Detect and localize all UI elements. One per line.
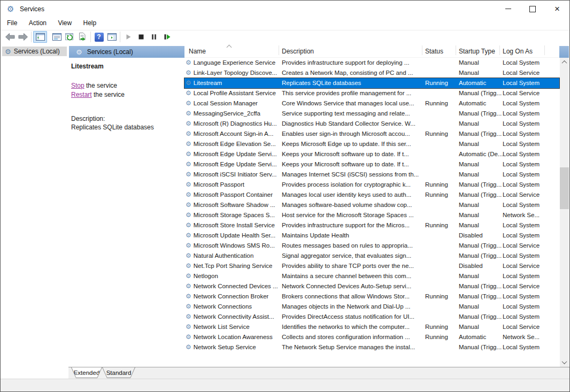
pause-service-button[interactable] (148, 31, 160, 43)
service-startup-type: Manual (Trigg... (459, 312, 503, 322)
close-button[interactable]: × (545, 1, 569, 17)
table-row[interactable]: ⚙Network Location AwarenessCollects and … (184, 332, 559, 342)
table-row[interactable]: ⚙Network List ServiceIdentifies the netw… (184, 322, 559, 332)
forward-button[interactable] (17, 31, 29, 43)
service-log-on-as: Local Service (503, 322, 544, 332)
scroll-down-button[interactable] (560, 358, 569, 367)
table-row[interactable]: ⚙Link-Layer Topology Discove...Creates a… (184, 68, 559, 78)
back-button[interactable] (4, 31, 17, 43)
service-description: Enables user sign-in through Microsoft a… (282, 129, 425, 139)
column-header-name[interactable]: Name (184, 43, 282, 57)
service-log-on-as: Local System (503, 291, 544, 302)
column-divider[interactable] (499, 45, 500, 55)
table-row[interactable]: ⚙Microsoft Store Install ServiceProvides… (184, 220, 559, 230)
service-description: Diagnostics Hub Standard Collector Servi… (282, 119, 425, 129)
service-description: Maintains Update Health (282, 230, 425, 241)
table-row[interactable]: ⚙Microsoft Software Shadow ...Manages so… (184, 200, 559, 210)
service-name: Microsoft iSCSI Initiator Serv... (194, 170, 277, 180)
service-log-on-as: Local Service (503, 241, 544, 251)
table-row[interactable]: ⚙Microsoft Passport ContainerManages loc… (184, 190, 559, 200)
service-status (425, 68, 459, 78)
column-header-startup-type[interactable]: Startup Type (459, 43, 503, 57)
restart-service-link[interactable]: Restart (71, 91, 92, 98)
scrollbar-thumb[interactable] (560, 167, 569, 209)
export-list-button[interactable] (76, 31, 89, 43)
start-service-button[interactable] (122, 31, 135, 43)
menu-help[interactable]: Help (79, 17, 102, 27)
table-row[interactable]: ⚙Network Setup ServiceThe Network Setup … (184, 342, 559, 352)
service-gear-icon: ⚙ (186, 302, 191, 312)
column-divider[interactable] (279, 45, 279, 55)
row-spacer (544, 261, 559, 271)
service-gear-icon: ⚙ (186, 170, 191, 180)
tab-standard[interactable]: Standard (102, 367, 135, 378)
action-pane-toggle-button[interactable] (105, 31, 118, 43)
table-row[interactable]: ⚙Microsoft PassportProvides process isol… (184, 180, 559, 190)
column-divider[interactable] (422, 45, 422, 55)
column-header-status[interactable]: Status (425, 43, 459, 57)
tree-item-services-local[interactable]: ⚙ Services (Local) (2, 47, 67, 56)
column-divider[interactable] (456, 45, 456, 55)
table-row[interactable]: ⚙Microsoft Storage Spaces S...Host servi… (184, 210, 559, 220)
service-gear-icon: ⚙ (186, 139, 191, 149)
minimize-button[interactable] (496, 1, 520, 17)
table-row[interactable]: ⚙Microsoft Windows SMS Ro...Routes messa… (184, 241, 559, 251)
table-row[interactable]: ⚙NetlogonMaintains a secure channel betw… (184, 271, 559, 281)
service-description: Manages software-based volume shadow cop… (282, 200, 425, 210)
tab-label: Standard (103, 367, 135, 378)
services-list: Name Description Status Startup Type Log… (184, 43, 559, 367)
console-tree-toggle-button[interactable] (33, 31, 47, 43)
table-row[interactable]: ⚙Network Connectivity Assist...Provides … (184, 312, 559, 322)
help-button[interactable]: ? (93, 31, 105, 43)
service-status (425, 170, 459, 180)
table-row[interactable]: ⚙Natural AuthenticationSignal aggregator… (184, 251, 559, 261)
service-status (425, 271, 459, 281)
service-description: Host service for the Microsoft Storage S… (282, 210, 425, 220)
refresh-button[interactable] (63, 31, 76, 43)
service-description: Keeps your Microsoft software up to date… (282, 159, 425, 170)
service-log-on-as: Local System (503, 139, 544, 149)
service-rows: ⚙Language Experience ServiceProvides inf… (184, 58, 559, 352)
service-status: Running (425, 220, 459, 230)
table-row[interactable]: ⚙Local Session ManagerCore Windows Servi… (184, 98, 559, 109)
properties-button[interactable] (50, 31, 63, 43)
service-gear-icon: ⚙ (186, 220, 191, 230)
tab-extended[interactable]: Extended (71, 367, 102, 378)
table-row[interactable]: ⚙Language Experience ServiceProvides inf… (184, 58, 559, 68)
table-row[interactable]: ⚙Microsoft iSCSI Initiator Serv...Manage… (184, 170, 559, 180)
table-row[interactable]: ⚙Local Profile Assistant ServiceThis ser… (184, 88, 559, 98)
menu-file[interactable]: File (2, 17, 22, 27)
table-row[interactable]: ⚙Microsoft Edge Update Servi...Keeps you… (184, 159, 559, 170)
column-header-log-on-as[interactable]: Log On As (503, 43, 544, 57)
properties-icon (52, 33, 61, 41)
stop-service-link[interactable]: Stop (71, 82, 84, 89)
service-description: Manages objects in the Network and Dial-… (282, 302, 425, 312)
table-row[interactable]: ⚙Microsoft (R) Diagnostics Hu...Diagnost… (184, 119, 559, 129)
vertical-scrollbar[interactable] (560, 58, 569, 367)
column-header-description[interactable]: Description (282, 43, 425, 57)
toolbar-separator (90, 32, 91, 42)
menu-view[interactable]: View (53, 17, 76, 27)
service-description: Provides infrastructure support for the … (282, 220, 425, 230)
menu-action[interactable]: Action (24, 17, 51, 27)
service-startup-type: Manual (459, 200, 503, 210)
table-row[interactable]: ⚙Microsoft Account Sign-in A...Enables u… (184, 129, 559, 139)
table-row[interactable]: ⚙LitestreamReplicates SQLite databasesRu… (184, 78, 559, 88)
table-row[interactable]: ⚙Microsoft Edge Elevation Se...Keeps Mic… (184, 139, 559, 149)
service-startup-type: Manual (459, 68, 503, 78)
table-row[interactable]: ⚙Network Connection BrokerBrokers connec… (184, 291, 559, 302)
restart-service-button[interactable] (160, 31, 173, 43)
column-divider[interactable] (544, 45, 545, 55)
table-row[interactable]: ⚙Microsoft Update Health Ser...Maintains… (184, 230, 559, 241)
table-row[interactable]: ⚙Microsoft Edge Update Servi...Keeps you… (184, 149, 559, 159)
table-row[interactable]: ⚙Network ConnectionsManages objects in t… (184, 302, 559, 312)
service-startup-type: Manual (459, 58, 503, 68)
toolbar-separator (120, 32, 120, 42)
row-spacer (544, 109, 559, 119)
scroll-up-button[interactable] (560, 58, 569, 67)
table-row[interactable]: ⚙Net.Tcp Port Sharing ServiceProvides ab… (184, 261, 559, 271)
table-row[interactable]: ⚙Network Connected Devices ...Network Co… (184, 281, 559, 291)
maximize-button[interactable] (520, 1, 545, 17)
stop-service-button[interactable] (135, 31, 148, 43)
table-row[interactable]: ⚙MessagingService_2cffaService supportin… (184, 109, 559, 119)
